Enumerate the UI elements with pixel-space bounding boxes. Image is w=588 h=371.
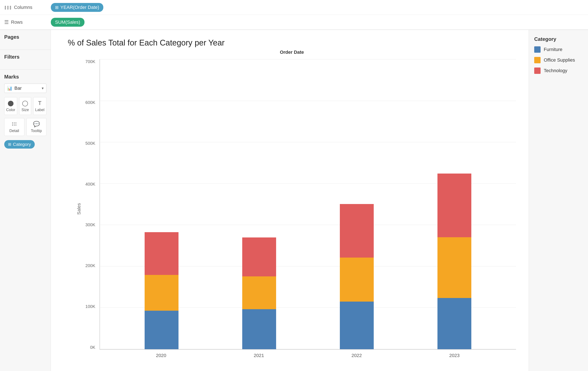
bar-furniture-2020[interactable] [145,311,178,349]
bar-group-2022 [340,204,374,349]
stacked-bar-2022 [340,204,374,349]
furniture-color-swatch [534,46,541,53]
rows-icon: ☰ [4,19,9,25]
bar-technology-2022[interactable] [340,204,374,258]
y-axis-title: Sales [76,203,82,215]
rows-pill[interactable]: SUM(Sales) [51,18,84,27]
tooltip-label: Tooltip [31,129,42,133]
x-axis: 2020 2021 2022 2023 [100,350,516,358]
technology-legend-label: Technology [544,68,567,73]
bars-with-grid [100,59,516,350]
detail-icon: ⁝⁝⁝ [12,121,17,127]
rows-pill-label: SUM(Sales) [55,20,80,25]
chart-subtitle: Order Date [68,50,516,55]
marks-title: Marks [4,74,46,80]
x-tick-2022: 2022 [340,353,374,358]
columns-shelf: ⫿⫿⫿ Columns ⊞ YEAR(Order Date) [0,0,588,15]
tooltip-button[interactable]: 💬 Tooltip [26,118,47,136]
legend-panel: Category Furniture Office Supplies Techn… [529,30,588,371]
stacked-bar-2023 [437,174,471,349]
chart-container: Sales 0K 100K 200K 300K 400K 500K 600K 7… [68,59,516,358]
chart-plot: Sales 0K 100K 200K 300K 400K 500K 600K 7… [68,59,516,358]
legend-item-technology: Technology [534,68,583,74]
office-supplies-color-swatch [534,57,541,63]
marks-type-dropdown[interactable]: 📊 Bar ▾ [4,83,46,93]
color-label: Color [6,108,15,112]
x-tick-2021: 2021 [242,353,276,358]
bar-furniture-2022[interactable] [340,302,374,349]
bar-office-supplies-2020[interactable] [145,275,178,311]
bar-group-2023 [437,174,471,349]
pages-title: Pages [4,34,46,40]
y-axis: 0K 100K 200K 300K 400K 500K 600K 700K [81,59,95,358]
stacked-bar-2020 [145,232,178,350]
detail-button[interactable]: ⁝⁝⁝ Detail [4,118,24,136]
bar-office-supplies-2023[interactable] [437,237,471,298]
y-tick-300: 300K [81,222,95,227]
x-tick-2023: 2023 [437,353,471,358]
label-icon: T [38,100,42,106]
rows-text: Rows [11,20,23,25]
size-icon: ◯ [22,100,28,106]
rows-shelf: ☰ Rows SUM(Sales) [0,15,588,30]
x-tick-2020: 2020 [144,353,178,358]
color-button[interactable]: ⬤ Color [4,97,17,115]
main-content: Pages Filters Marks 📊 Bar ▾ ⬤ Color ◯ Si… [0,30,588,371]
pages-section: Pages [0,30,51,50]
bar-chart-icon: 📊 [7,86,12,91]
bars-container [100,59,516,349]
left-panel: Pages Filters Marks 📊 Bar ▾ ⬤ Color ◯ Si… [0,30,51,371]
columns-label: ⫿⫿⫿ Columns [4,4,51,10]
filters-title: Filters [4,54,46,60]
y-tick-600: 600K [81,100,95,105]
y-tick-500: 500K [81,141,95,146]
marks-buttons-row1: ⬤ Color ◯ Size T Label [4,97,46,115]
filters-section: Filters [0,50,51,70]
y-tick-0: 0K [81,345,95,350]
bar-technology-2023[interactable] [437,174,471,237]
bar-technology-2021[interactable] [242,237,276,276]
legend-item-furniture: Furniture [534,46,583,53]
bar-group-2021 [242,237,276,349]
pill-year-icon: ⊞ [55,5,59,10]
bar-office-supplies-2022[interactable] [340,258,374,302]
technology-color-swatch [534,68,541,74]
chart-inner: 2020 2021 2022 2023 [100,59,516,358]
label-label: Label [35,108,44,112]
columns-text: Columns [14,5,32,10]
bar-furniture-2021[interactable] [242,309,276,349]
dropdown-arrow-icon: ▾ [42,86,44,91]
chart-title: % of Sales Total for Each Category per Y… [68,38,516,47]
detail-label: Detail [9,129,19,133]
furniture-legend-label: Furniture [544,47,562,52]
legend-item-office-supplies: Office Supplies [534,57,583,63]
marks-buttons-row2: ⁝⁝⁝ Detail 💬 Tooltip [4,118,46,136]
y-tick-100: 100K [81,304,95,309]
color-dots-icon: ⬤ [8,100,14,106]
legend-title: Category [534,36,583,42]
category-label: Category [13,142,31,147]
y-tick-700: 700K [81,59,95,64]
columns-pill[interactable]: ⊞ YEAR(Order Date) [51,3,103,12]
columns-icon: ⫿⫿⫿ [4,4,12,10]
columns-pill-label: YEAR(Order Date) [60,5,99,10]
bar-label: Bar [14,85,40,91]
y-tick-400: 400K [81,182,95,187]
top-bar: ⫿⫿⫿ Columns ⊞ YEAR(Order Date) ☰ Rows SU… [0,0,588,30]
size-label: Size [21,108,29,112]
category-plus-icon: ⊞ [8,142,11,147]
tooltip-icon: 💬 [33,121,40,127]
category-pill[interactable]: ⊞ Category [4,140,35,149]
bar-technology-2020[interactable] [145,232,178,275]
rows-label: ☰ Rows [4,19,51,25]
office-supplies-legend-label: Office Supplies [544,57,575,63]
chart-area: % of Sales Total for Each Category per Y… [51,30,529,371]
bar-office-supplies-2021[interactable] [242,276,276,309]
marks-section: Marks 📊 Bar ▾ ⬤ Color ◯ Size T Label [0,70,51,153]
size-button[interactable]: ◯ Size [19,97,31,115]
y-tick-200: 200K [81,263,95,268]
label-button[interactable]: T Label [33,97,46,115]
bar-group-2020 [145,232,178,350]
stacked-bar-2021 [242,237,276,349]
bar-furniture-2023[interactable] [437,298,471,349]
